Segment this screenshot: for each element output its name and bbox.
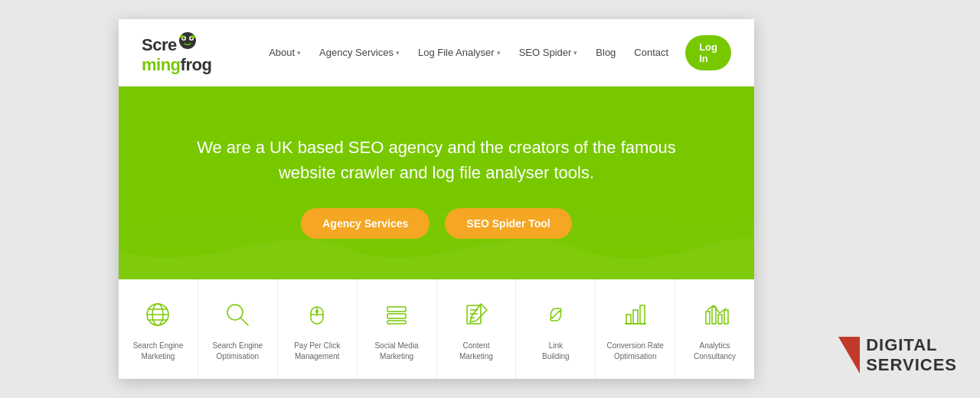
watermark-triangle-icon	[838, 337, 860, 374]
svg-rect-30	[706, 312, 710, 324]
service-label: Search EngineMarketing	[133, 341, 184, 362]
service-link-building[interactable]: LinkBuilding	[516, 279, 596, 379]
seo-spider-tool-button[interactable]: SEO Spider Tool	[445, 208, 571, 239]
chevron-down-icon: ▾	[573, 49, 577, 57]
login-button[interactable]: Log In	[685, 35, 731, 70]
service-label: Conversion RateOptimisation	[606, 341, 663, 362]
svg-rect-32	[718, 315, 722, 324]
svg-rect-27	[633, 310, 638, 324]
chart-bar-icon	[617, 296, 654, 333]
nav-contact[interactable]: Contact	[626, 42, 676, 63]
svg-rect-20	[387, 321, 406, 324]
svg-rect-33	[724, 310, 728, 324]
service-label: LinkBuilding	[542, 341, 570, 362]
svg-rect-26	[626, 315, 631, 324]
chart-line-icon	[697, 296, 733, 333]
hero-buttons: Agency Services SEO Spider Tool	[301, 208, 572, 239]
watermark-services: SERVICES	[866, 355, 957, 375]
logo: Scre mingfrog	[142, 31, 261, 75]
chevron-down-icon: ▾	[497, 49, 501, 57]
mouse-icon	[299, 296, 335, 333]
nav-about[interactable]: About ▾	[261, 42, 309, 63]
edit-icon	[458, 296, 495, 333]
logo-text: Scre mingfrog	[142, 31, 261, 75]
chevron-down-icon: ▾	[297, 49, 301, 57]
watermark-text: DIGITAL SERVICES	[866, 335, 957, 375]
svg-point-5	[180, 35, 185, 38]
svg-rect-19	[387, 314, 406, 318]
service-label: ContentMarketing	[459, 341, 493, 362]
service-search-engine-marketing[interactable]: Search EngineMarketing	[119, 279, 198, 379]
nav-log-file-analyser[interactable]: Log File Analyser ▾	[410, 42, 508, 63]
watermark-digital: DIGITAL	[866, 335, 957, 355]
service-social-media[interactable]: Social MediaMarketing	[358, 279, 437, 379]
hero-section: We are a UK based SEO agency and the cre…	[119, 86, 754, 279]
svg-rect-28	[640, 305, 645, 324]
watermark: DIGITAL SERVICES	[838, 335, 957, 375]
svg-rect-31	[712, 307, 716, 324]
page-wrapper: Scre mingfrog	[0, 0, 980, 398]
svg-line-25	[552, 311, 560, 318]
service-analytics-consultancy[interactable]: AnalyticsConsultancy	[675, 279, 754, 379]
logo-frog-icon	[178, 31, 198, 51]
svg-point-0	[179, 32, 196, 49]
nav-seo-spider[interactable]: SEO Spider ▾	[511, 42, 586, 63]
svg-rect-18	[387, 307, 406, 312]
services-bar: Search EngineMarketing Search EngineOpti…	[119, 279, 754, 379]
svg-line-13	[240, 318, 248, 325]
header: Scre mingfrog	[119, 19, 754, 86]
globe-icon	[139, 296, 176, 333]
service-content-marketing[interactable]: ContentMarketing	[437, 279, 517, 379]
hero-title: We are a UK based SEO agency and the cre…	[176, 135, 697, 185]
service-label: Search EngineOptimisation	[213, 341, 263, 362]
site-container: Scre mingfrog	[119, 19, 754, 379]
agency-services-button[interactable]: Agency Services	[301, 208, 430, 239]
service-label: Pay Per ClickManagement	[294, 341, 340, 362]
service-label: AnalyticsConsultancy	[694, 341, 736, 362]
service-conversion-rate[interactable]: Conversion RateOptimisation	[596, 279, 675, 379]
service-label: Social MediaMarketing	[374, 341, 418, 362]
nav-blog[interactable]: Blog	[588, 42, 623, 63]
nav: About ▾ Agency Services ▾ Log File Analy…	[261, 35, 731, 70]
service-pay-per-click[interactable]: Pay Per ClickManagement	[278, 279, 358, 379]
service-search-engine-optimisation[interactable]: Search EngineOptimisation	[198, 279, 278, 379]
search-icon	[219, 296, 256, 333]
nav-agency-services[interactable]: Agency Services ▾	[312, 42, 407, 63]
link-icon	[537, 296, 574, 333]
svg-point-6	[191, 35, 195, 38]
svg-point-17	[315, 310, 318, 313]
chevron-down-icon: ▾	[396, 49, 400, 57]
layers-icon	[378, 296, 415, 333]
